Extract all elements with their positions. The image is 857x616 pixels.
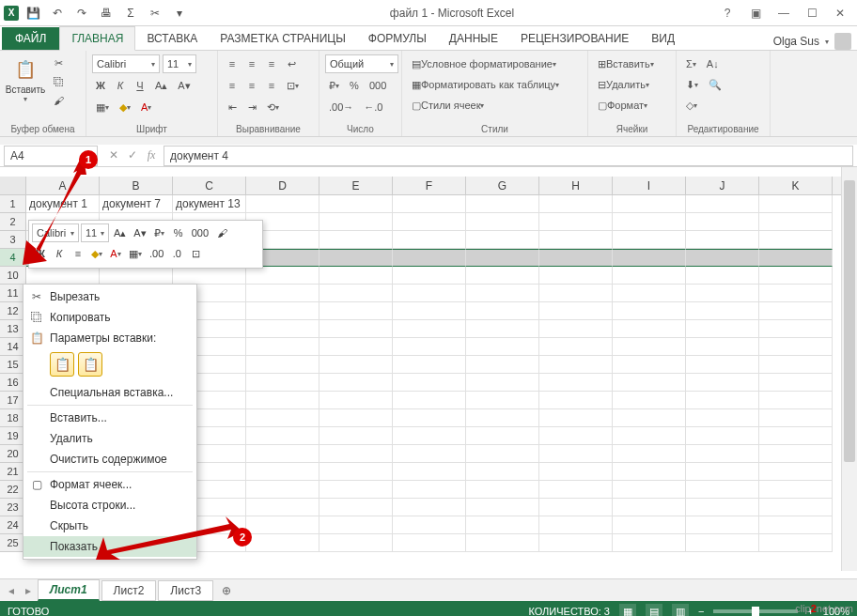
cell[interactable] [393, 409, 466, 427]
cell[interactable] [686, 249, 759, 267]
cell[interactable] [246, 516, 319, 534]
cell[interactable] [319, 374, 393, 392]
cell[interactable] [319, 249, 393, 267]
increase-font-button[interactable]: A▴ [151, 76, 171, 95]
cell[interactable] [686, 285, 759, 302]
cell[interactable] [393, 481, 466, 499]
cell[interactable] [613, 231, 686, 249]
cell[interactable] [319, 427, 393, 445]
bold-button[interactable]: Ж [92, 76, 109, 95]
cell[interactable] [759, 534, 833, 552]
currency-button[interactable]: ₽▾ [325, 76, 343, 95]
number-format-combo[interactable]: Общий▾ [325, 54, 398, 73]
decrease-indent-button[interactable]: ⇤ [224, 98, 241, 116]
cell[interactable] [246, 409, 319, 427]
cell[interactable] [246, 302, 319, 320]
cell[interactable] [613, 285, 686, 302]
cell[interactable] [319, 392, 393, 409]
cell[interactable] [686, 302, 759, 320]
paste-button[interactable]: 📋 Вставить ▾ [6, 54, 45, 105]
ctx-insert[interactable]: Вставить... [23, 408, 196, 428]
sort-filter-button[interactable]: A↓ [703, 54, 723, 73]
font-name-combo[interactable]: Calibri▾ [92, 54, 160, 73]
mini-increase-font[interactable]: A▴ [111, 223, 129, 242]
cell[interactable] [246, 374, 319, 392]
increase-indent-button[interactable]: ⇥ [243, 98, 260, 116]
cell[interactable] [319, 499, 393, 516]
cell[interactable] [686, 499, 759, 516]
align-middle-button[interactable]: ≡ [243, 54, 260, 73]
cell[interactable] [393, 338, 466, 356]
cell[interactable] [613, 195, 686, 213]
user-dropdown-icon[interactable]: ▾ [825, 38, 829, 46]
cell[interactable] [466, 374, 539, 392]
ctx-delete[interactable]: Удалить [23, 428, 196, 449]
cell[interactable] [319, 320, 393, 338]
cell[interactable] [393, 249, 466, 267]
cell[interactable] [539, 267, 613, 285]
cell[interactable] [319, 481, 393, 499]
close-icon[interactable]: ✕ [827, 3, 853, 23]
copy-button[interactable]: ⿻ [49, 73, 68, 90]
cell[interactable] [466, 499, 539, 516]
cell[interactable] [539, 481, 613, 499]
col-header[interactable]: J [686, 177, 759, 194]
cell[interactable] [759, 338, 833, 356]
cell[interactable] [393, 267, 466, 285]
cell[interactable] [686, 516, 759, 534]
cell[interactable] [393, 392, 466, 409]
cell[interactable] [319, 534, 393, 552]
cell[interactable] [759, 409, 833, 427]
cell[interactable] [393, 445, 466, 463]
file-tab[interactable]: ФАЙЛ [2, 27, 59, 50]
cell[interactable] [759, 356, 833, 374]
cell[interactable] [686, 356, 759, 374]
align-bottom-button[interactable]: ≡ [263, 54, 280, 73]
cell[interactable] [466, 302, 539, 320]
cell[interactable] [100, 267, 173, 285]
cell[interactable] [466, 338, 539, 356]
cell[interactable] [759, 481, 833, 499]
cell[interactable] [246, 320, 319, 338]
help-icon[interactable]: ? [714, 3, 740, 23]
fill-button[interactable]: ⬇▾ [682, 75, 702, 94]
cell[interactable] [539, 285, 613, 302]
col-header[interactable]: F [393, 177, 466, 194]
cell[interactable] [686, 427, 759, 445]
view-pagebreak-icon[interactable]: ▥ [672, 604, 689, 616]
thousands-button[interactable]: 000 [366, 76, 390, 95]
cell[interactable] [393, 213, 466, 231]
cell[interactable] [539, 356, 613, 374]
cell[interactable] [466, 481, 539, 499]
percent-button[interactable]: % [346, 76, 363, 95]
cell[interactable] [539, 231, 613, 249]
align-top-button[interactable]: ≡ [224, 54, 241, 73]
row-header[interactable]: 10 [0, 267, 26, 285]
cell[interactable] [393, 427, 466, 445]
add-sheet-button[interactable]: ⊕ [217, 584, 236, 597]
cell[interactable] [246, 267, 319, 285]
paste-option-2[interactable]: 📋 [78, 352, 102, 377]
cell[interactable] [613, 213, 686, 231]
format-painter-button[interactable]: 🖌 [49, 92, 68, 109]
mini-font-color[interactable]: A▾ [107, 244, 124, 263]
cell[interactable] [686, 267, 759, 285]
minimize-icon[interactable]: ― [771, 3, 797, 23]
zoom-out-button[interactable]: − [698, 606, 704, 616]
cell[interactable] [26, 267, 100, 285]
font-size-combo[interactable]: 11▾ [163, 54, 196, 73]
fx-icon[interactable]: fx [143, 148, 160, 162]
tab-insert[interactable]: ВСТАВКА [135, 27, 209, 50]
mini-inc-decimal[interactable]: .0 [168, 244, 185, 263]
cell[interactable] [759, 302, 833, 320]
cell[interactable] [613, 499, 686, 516]
wrap-text-button[interactable]: ↩ [283, 54, 300, 73]
cut-icon[interactable]: ✂ [145, 3, 165, 23]
cell[interactable] [393, 195, 466, 213]
cell[interactable] [613, 302, 686, 320]
cell[interactable] [539, 409, 613, 427]
save-icon[interactable]: 💾 [23, 3, 43, 23]
cell[interactable] [246, 356, 319, 374]
cell[interactable] [539, 516, 613, 534]
cell[interactable] [393, 463, 466, 481]
